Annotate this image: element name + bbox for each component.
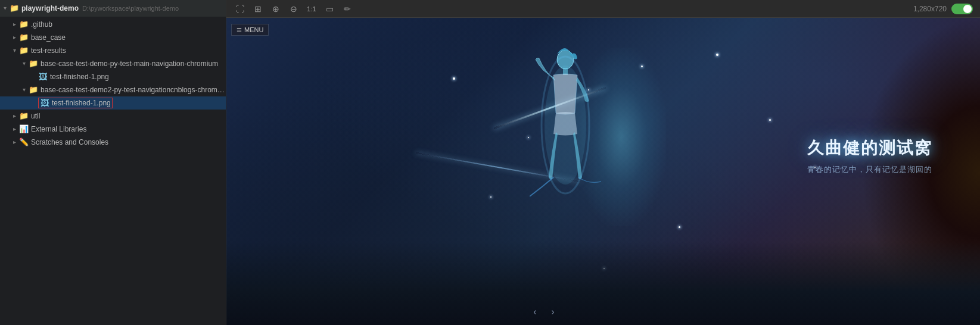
content-area: ⛶ ⊞ ⊕ ⊖ 1:1 ▭ ✏ 1,280x720: [226, 0, 980, 325]
view-toggle[interactable]: [951, 4, 973, 14]
subdir2-arrow: [19, 85, 29, 95]
tree-item-file2-selected[interactable]: 🖼 test-finished-1.png: [0, 96, 226, 110]
subdir2-label: base-case-test-demo2-py-test-navigationc…: [41, 86, 226, 94]
menu-label: MENU: [244, 26, 263, 33]
toolbar-right: 1,280x720: [913, 4, 973, 14]
file1-label: test-finished-1.png: [50, 73, 109, 81]
expand-icon[interactable]: ⛶: [234, 2, 247, 15]
project-root[interactable]: 📁 playwright-demo D:\pyworkspace\playwri…: [0, 0, 226, 17]
tree-item-util[interactable]: 📁 util: [0, 110, 226, 123]
util-label: util: [31, 112, 40, 120]
anime-background: ☰ MENU 久曲健的测试窝 青春的记忆中，只有记忆是湖回的 ‹ ›: [226, 18, 980, 325]
sparkle-5: [769, 119, 771, 121]
test-results-folder-icon: 📁: [19, 46, 29, 55]
sub-title-text: 青春的记忆中，只有记忆是湖回的: [807, 164, 932, 175]
base-case-folder-icon: 📁: [19, 33, 29, 42]
tree-item-ext-libs[interactable]: 📊 External Libraries: [0, 123, 226, 136]
file2-label: test-finished-1.png: [52, 99, 111, 107]
resolution-text: 1,280x720: [913, 5, 947, 13]
nav-arrow-left[interactable]: ‹: [528, 305, 542, 319]
image-preview: ☰ MENU 久曲健的测试窝 青春的记忆中，只有记忆是湖回的 ‹ ›: [226, 18, 980, 325]
pencil-icon[interactable]: ✏: [341, 2, 354, 15]
scratches-arrow: [10, 138, 19, 147]
ext-libs-arrow: [10, 124, 19, 134]
tree-item-test-results[interactable]: 📁 test-results: [0, 44, 226, 57]
image-toolbar: ⛶ ⊞ ⊕ ⊖ 1:1 ▭ ✏ 1,280x720: [226, 0, 980, 18]
subdir1-label: base-case-test-demo-py-test-main-navigat…: [41, 60, 218, 68]
github-label: .github: [31, 20, 52, 29]
ground-silhouette: [226, 242, 980, 325]
sidebar: 📁 playwright-demo D:\pyworkspace\playwri…: [0, 0, 226, 325]
github-arrow: [10, 20, 19, 29]
toolbar-left: ⛶ ⊞ ⊕ ⊖ 1:1 ▭ ✏: [234, 2, 354, 15]
tree-item-github[interactable]: 📁 .github: [0, 18, 226, 31]
subdir1-folder-icon: 📁: [29, 59, 38, 68]
fit-icon[interactable]: ▭: [323, 2, 336, 15]
file2-png-icon: 🖼: [40, 98, 49, 108]
ext-libs-icon: 📊: [19, 124, 29, 134]
sparkle-6: [490, 196, 491, 198]
base-case-arrow: [10, 33, 19, 42]
sparkle-7: [679, 226, 680, 228]
main-title-text: 久曲健的测试窝: [807, 137, 932, 160]
test-results-arrow: [10, 46, 19, 55]
file2-highlight-box: 🖼 test-finished-1.png: [38, 98, 113, 108]
menu-icon: ☰: [237, 27, 242, 33]
test-results-label: test-results: [31, 46, 66, 55]
menu-button[interactable]: ☰ MENU: [231, 24, 269, 36]
zoom-out-icon[interactable]: ⊖: [287, 2, 300, 15]
tree-item-scratches[interactable]: ✏️ Scratches and Consoles: [0, 136, 226, 149]
tree-item-subdir1[interactable]: 📁 base-case-test-demo-py-test-main-navig…: [0, 57, 226, 70]
file-tree: 📁 .github 📁 base_case 📁 test-results 📁 b…: [0, 17, 226, 325]
ext-libs-label: External Libraries: [31, 125, 86, 133]
subdir1-arrow: [19, 59, 29, 68]
tree-item-base-case[interactable]: 📁 base_case: [0, 31, 226, 44]
util-arrow: [10, 111, 19, 121]
scratches-icon: ✏️: [19, 138, 29, 147]
nav-arrow-right[interactable]: ›: [546, 305, 560, 319]
tree-item-file1[interactable]: 🖼 test-finished-1.png: [0, 70, 226, 83]
sparkle-4: [528, 137, 529, 138]
scratches-label: Scratches and Consoles: [31, 138, 108, 146]
subdir2-folder-icon: 📁: [29, 85, 38, 95]
project-folder-icon: 📁: [10, 4, 19, 13]
sparkle-9: [453, 77, 455, 80]
base-case-label: base_case: [31, 33, 66, 42]
grid-icon[interactable]: ⊞: [251, 2, 265, 15]
anime-character: [530, 42, 601, 208]
project-path: D:\pyworkspace\playwright-demo: [82, 5, 179, 12]
zoom-in-icon[interactable]: ⊕: [269, 2, 282, 15]
actual-size-icon[interactable]: 1:1: [305, 2, 318, 15]
file1-png-icon: 🖼: [38, 72, 48, 82]
github-folder-icon: 📁: [19, 20, 29, 29]
util-folder-icon: 📁: [19, 111, 29, 121]
tree-item-subdir2[interactable]: 📁 base-case-test-demo2-py-test-navigatio…: [0, 83, 226, 96]
project-name: playwright-demo: [21, 4, 79, 12]
image-overlay-text: 久曲健的测试窝 青春的记忆中，只有记忆是湖回的: [807, 137, 932, 175]
project-arrow: [0, 4, 10, 13]
